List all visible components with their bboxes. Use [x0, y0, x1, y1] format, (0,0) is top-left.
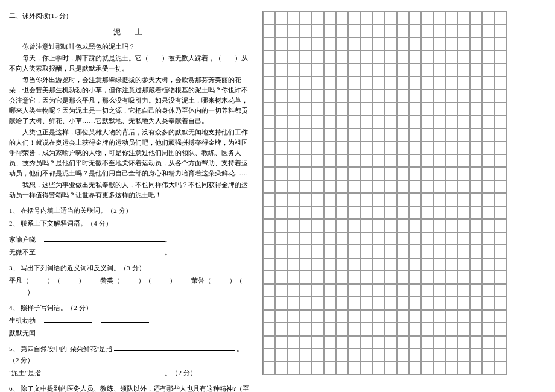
grid-cell[interactable]	[348, 232, 360, 245]
grid-cell[interactable]	[446, 115, 458, 128]
grid-cell[interactable]	[300, 336, 312, 349]
grid-cell[interactable]	[446, 297, 458, 310]
grid-cell[interactable]	[434, 297, 446, 310]
grid-cell[interactable]	[324, 323, 336, 336]
grid-cell[interactable]	[421, 89, 433, 103]
grid-cell[interactable]	[348, 336, 360, 349]
grid-cell[interactable]	[373, 89, 385, 103]
grid-cell[interactable]	[336, 11, 348, 25]
grid-cell[interactable]	[336, 310, 348, 323]
grid-cell[interactable]	[409, 219, 421, 232]
grid-cell[interactable]	[470, 245, 482, 258]
grid-cell[interactable]	[446, 193, 458, 206]
grid-cell[interactable]	[336, 232, 348, 245]
grid-cell[interactable]	[397, 258, 409, 271]
grid-cell[interactable]	[409, 51, 421, 64]
grid-cell[interactable]	[348, 219, 360, 232]
grid-cell[interactable]	[434, 349, 446, 362]
grid-cell[interactable]	[446, 180, 458, 194]
grid-cell[interactable]	[300, 103, 312, 116]
grid-cell[interactable]	[312, 336, 324, 349]
grid-cell[interactable]	[482, 323, 494, 336]
grid-cell[interactable]	[361, 232, 373, 245]
grid-cell[interactable]	[361, 141, 373, 154]
grid-cell[interactable]	[373, 349, 385, 362]
grid-cell[interactable]	[385, 167, 397, 180]
grid-cell[interactable]	[300, 63, 312, 77]
grid-cell[interactable]	[287, 362, 299, 375]
grid-cell[interactable]	[421, 336, 433, 349]
grid-cell[interactable]	[482, 167, 494, 180]
grid-cell[interactable]	[421, 128, 433, 142]
grid-cell[interactable]	[361, 167, 373, 180]
grid-cell[interactable]	[482, 115, 494, 128]
grid-cell[interactable]	[263, 271, 275, 284]
grid-cell[interactable]	[373, 25, 385, 38]
grid-cell[interactable]	[361, 51, 373, 64]
grid-cell[interactable]	[421, 310, 433, 323]
grid-cell[interactable]	[470, 11, 482, 25]
grid-cell[interactable]	[434, 37, 446, 51]
grid-cell[interactable]	[348, 128, 360, 142]
grid-cell[interactable]	[275, 63, 287, 77]
grid-cell[interactable]	[287, 51, 299, 64]
grid-cell[interactable]	[312, 167, 324, 180]
grid-cell[interactable]	[495, 349, 507, 362]
grid-cell[interactable]	[275, 297, 287, 310]
grid-cell[interactable]	[397, 206, 409, 220]
grid-cell[interactable]	[361, 297, 373, 310]
grid-cell[interactable]	[397, 77, 409, 90]
grid-cell[interactable]	[324, 206, 336, 220]
grid-cell[interactable]	[336, 154, 348, 168]
grid-cell[interactable]	[300, 51, 312, 64]
grid-cell[interactable]	[470, 193, 482, 206]
grid-cell[interactable]	[434, 103, 446, 116]
grid-cell[interactable]	[434, 89, 446, 103]
grid-cell[interactable]	[470, 51, 482, 64]
grid-cell[interactable]	[336, 128, 348, 142]
grid-cell[interactable]	[348, 11, 360, 25]
grid-cell[interactable]	[361, 336, 373, 349]
grid-cell[interactable]	[275, 310, 287, 323]
grid-cell[interactable]	[287, 180, 299, 194]
grid-cell[interactable]	[300, 219, 312, 232]
grid-cell[interactable]	[275, 284, 287, 297]
grid-cell[interactable]	[434, 167, 446, 180]
grid-cell[interactable]	[446, 25, 458, 38]
grid-cell[interactable]	[495, 89, 507, 103]
grid-cell[interactable]	[324, 349, 336, 362]
grid-cell[interactable]	[263, 141, 275, 154]
grid-cell[interactable]	[421, 115, 433, 128]
grid-cell[interactable]	[312, 141, 324, 154]
grid-cell[interactable]	[409, 336, 421, 349]
grid-cell[interactable]	[397, 219, 409, 232]
grid-cell[interactable]	[397, 37, 409, 51]
grid-cell[interactable]	[470, 362, 482, 375]
grid-cell[interactable]	[361, 11, 373, 25]
grid-cell[interactable]	[373, 51, 385, 64]
grid-cell[interactable]	[348, 180, 360, 194]
grid-cell[interactable]	[397, 232, 409, 245]
grid-cell[interactable]	[312, 63, 324, 77]
grid-cell[interactable]	[385, 154, 397, 168]
grid-cell[interactable]	[300, 297, 312, 310]
grid-cell[interactable]	[409, 115, 421, 128]
grid-cell[interactable]	[482, 77, 494, 90]
grid-cell[interactable]	[421, 232, 433, 245]
grid-cell[interactable]	[263, 245, 275, 258]
grid-cell[interactable]	[421, 11, 433, 25]
grid-cell[interactable]	[470, 232, 482, 245]
grid-cell[interactable]	[470, 258, 482, 271]
grid-cell[interactable]	[446, 258, 458, 271]
grid-cell[interactable]	[409, 245, 421, 258]
grid-cell[interactable]	[373, 271, 385, 284]
grid-cell[interactable]	[470, 89, 482, 103]
grid-cell[interactable]	[385, 51, 397, 64]
grid-cell[interactable]	[361, 89, 373, 103]
grid-cell[interactable]	[324, 37, 336, 51]
grid-cell[interactable]	[336, 167, 348, 180]
grid-cell[interactable]	[434, 154, 446, 168]
grid-cell[interactable]	[385, 77, 397, 90]
grid-cell[interactable]	[495, 245, 507, 258]
grid-cell[interactable]	[495, 128, 507, 142]
